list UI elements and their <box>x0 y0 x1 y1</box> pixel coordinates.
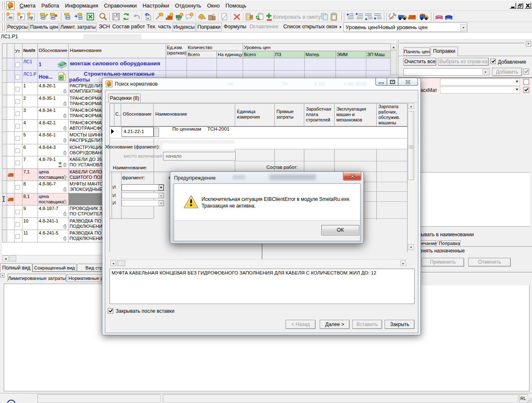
svg-text:пр: пр <box>29 15 33 20</box>
svg-text:ж: ж <box>147 16 149 20</box>
svg-text:лс: лс <box>8 15 13 20</box>
svg-text:P: P <box>60 76 63 80</box>
svg-text:Р: Р <box>20 15 22 20</box>
